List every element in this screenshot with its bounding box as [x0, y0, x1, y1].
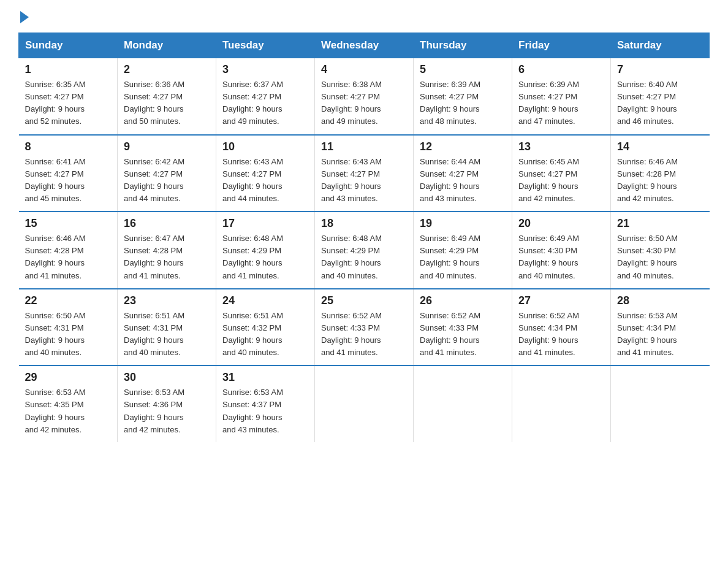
weekday-header-wednesday: Wednesday — [315, 33, 414, 58]
calendar-cell: 4Sunrise: 6:38 AMSunset: 4:27 PMDaylight… — [315, 58, 414, 135]
weekday-header-saturday: Saturday — [611, 33, 710, 58]
calendar-week-row: 8Sunrise: 6:41 AMSunset: 4:27 PMDaylight… — [19, 135, 710, 212]
day-number: 17 — [222, 217, 308, 230]
calendar-cell: 13Sunrise: 6:45 AMSunset: 4:27 PMDayligh… — [512, 135, 611, 212]
calendar-cell: 7Sunrise: 6:40 AMSunset: 4:27 PMDaylight… — [611, 58, 710, 135]
calendar-cell: 10Sunrise: 6:43 AMSunset: 4:27 PMDayligh… — [216, 135, 315, 212]
day-number: 27 — [518, 294, 604, 307]
calendar-cell: 1Sunrise: 6:35 AMSunset: 4:27 PMDaylight… — [19, 58, 118, 135]
day-number: 2 — [124, 63, 210, 76]
calendar-cell: 9Sunrise: 6:42 AMSunset: 4:27 PMDaylight… — [118, 135, 216, 212]
calendar-cell: 25Sunrise: 6:52 AMSunset: 4:33 PMDayligh… — [315, 289, 414, 366]
day-info: Sunrise: 6:53 AMSunset: 4:35 PMDaylight:… — [25, 386, 112, 436]
day-info: Sunrise: 6:39 AMSunset: 4:27 PMDaylight:… — [420, 79, 506, 128]
calendar-cell: 22Sunrise: 6:50 AMSunset: 4:31 PMDayligh… — [19, 289, 118, 366]
day-info: Sunrise: 6:50 AMSunset: 4:30 PMDaylight:… — [617, 232, 703, 282]
day-number: 13 — [518, 140, 604, 153]
day-info: Sunrise: 6:53 AMSunset: 4:37 PMDaylight:… — [222, 386, 308, 436]
calendar-week-row: 22Sunrise: 6:50 AMSunset: 4:31 PMDayligh… — [19, 289, 710, 366]
day-info: Sunrise: 6:53 AMSunset: 4:34 PMDaylight:… — [617, 310, 703, 359]
day-number: 8 — [25, 140, 112, 153]
day-number: 15 — [25, 217, 112, 230]
calendar-cell: 12Sunrise: 6:44 AMSunset: 4:27 PMDayligh… — [414, 135, 512, 212]
day-info: Sunrise: 6:42 AMSunset: 4:27 PMDaylight:… — [124, 156, 210, 205]
day-number: 31 — [222, 371, 308, 384]
calendar-cell: 31Sunrise: 6:53 AMSunset: 4:37 PMDayligh… — [216, 366, 315, 442]
day-number: 3 — [222, 63, 308, 76]
calendar-cell: 21Sunrise: 6:50 AMSunset: 4:30 PMDayligh… — [611, 212, 710, 289]
calendar-cell: 27Sunrise: 6:52 AMSunset: 4:34 PMDayligh… — [512, 289, 611, 366]
calendar-week-row: 29Sunrise: 6:53 AMSunset: 4:35 PMDayligh… — [19, 366, 710, 442]
day-number: 29 — [25, 371, 112, 384]
calendar-cell: 30Sunrise: 6:53 AMSunset: 4:36 PMDayligh… — [118, 366, 216, 442]
day-info: Sunrise: 6:35 AMSunset: 4:27 PMDaylight:… — [25, 79, 112, 128]
day-info: Sunrise: 6:37 AMSunset: 4:27 PMDaylight:… — [222, 79, 308, 128]
calendar-cell — [315, 366, 414, 442]
day-number: 26 — [420, 294, 506, 307]
calendar-table: SundayMondayTuesdayWednesdayThursdayFrid… — [18, 33, 710, 442]
day-info: Sunrise: 6:50 AMSunset: 4:31 PMDaylight:… — [25, 310, 112, 359]
calendar-cell: 11Sunrise: 6:43 AMSunset: 4:27 PMDayligh… — [315, 135, 414, 212]
calendar-cell: 5Sunrise: 6:39 AMSunset: 4:27 PMDaylight… — [414, 58, 512, 135]
calendar-cell — [414, 366, 512, 442]
logo — [18, 12, 29, 21]
calendar-cell: 20Sunrise: 6:49 AMSunset: 4:30 PMDayligh… — [512, 212, 611, 289]
day-number: 28 — [617, 294, 703, 307]
day-info: Sunrise: 6:46 AMSunset: 4:28 PMDaylight:… — [617, 156, 703, 205]
day-info: Sunrise: 6:40 AMSunset: 4:27 PMDaylight:… — [617, 79, 703, 128]
day-info: Sunrise: 6:44 AMSunset: 4:27 PMDaylight:… — [420, 156, 506, 205]
day-number: 21 — [617, 217, 703, 230]
weekday-header-sunday: Sunday — [19, 33, 118, 58]
day-info: Sunrise: 6:51 AMSunset: 4:31 PMDaylight:… — [124, 310, 210, 359]
calendar-cell: 19Sunrise: 6:49 AMSunset: 4:29 PMDayligh… — [414, 212, 512, 289]
weekday-header-friday: Friday — [512, 33, 611, 58]
weekday-header-monday: Monday — [118, 33, 216, 58]
calendar-cell: 18Sunrise: 6:48 AMSunset: 4:29 PMDayligh… — [315, 212, 414, 289]
day-info: Sunrise: 6:52 AMSunset: 4:34 PMDaylight:… — [518, 310, 604, 359]
weekday-header-thursday: Thursday — [414, 33, 512, 58]
calendar-cell: 28Sunrise: 6:53 AMSunset: 4:34 PMDayligh… — [611, 289, 710, 366]
day-info: Sunrise: 6:49 AMSunset: 4:29 PMDaylight:… — [420, 232, 506, 282]
day-info: Sunrise: 6:39 AMSunset: 4:27 PMDaylight:… — [518, 79, 604, 128]
day-info: Sunrise: 6:53 AMSunset: 4:36 PMDaylight:… — [124, 386, 210, 436]
day-number: 14 — [617, 140, 703, 153]
day-info: Sunrise: 6:48 AMSunset: 4:29 PMDaylight:… — [321, 232, 407, 282]
day-number: 30 — [124, 371, 210, 384]
day-number: 19 — [420, 217, 506, 230]
day-info: Sunrise: 6:43 AMSunset: 4:27 PMDaylight:… — [321, 156, 407, 205]
day-number: 4 — [321, 63, 407, 76]
day-number: 24 — [222, 294, 308, 307]
day-info: Sunrise: 6:48 AMSunset: 4:29 PMDaylight:… — [222, 232, 308, 282]
calendar-cell: 23Sunrise: 6:51 AMSunset: 4:31 PMDayligh… — [118, 289, 216, 366]
weekday-header-row: SundayMondayTuesdayWednesdayThursdayFrid… — [19, 33, 710, 58]
calendar-week-row: 15Sunrise: 6:46 AMSunset: 4:28 PMDayligh… — [19, 212, 710, 289]
day-number: 5 — [420, 63, 506, 76]
day-number: 7 — [617, 63, 703, 76]
day-info: Sunrise: 6:36 AMSunset: 4:27 PMDaylight:… — [124, 79, 210, 128]
day-info: Sunrise: 6:46 AMSunset: 4:28 PMDaylight:… — [25, 232, 112, 282]
day-number: 6 — [518, 63, 604, 76]
day-info: Sunrise: 6:49 AMSunset: 4:30 PMDaylight:… — [518, 232, 604, 282]
calendar-cell: 16Sunrise: 6:47 AMSunset: 4:28 PMDayligh… — [118, 212, 216, 289]
day-info: Sunrise: 6:52 AMSunset: 4:33 PMDaylight:… — [420, 310, 506, 359]
day-number: 10 — [222, 140, 308, 153]
calendar-cell — [512, 366, 611, 442]
weekday-header-tuesday: Tuesday — [216, 33, 315, 58]
day-number: 25 — [321, 294, 407, 307]
calendar-cell: 14Sunrise: 6:46 AMSunset: 4:28 PMDayligh… — [611, 135, 710, 212]
day-info: Sunrise: 6:38 AMSunset: 4:27 PMDaylight:… — [321, 79, 407, 128]
day-number: 11 — [321, 140, 407, 153]
calendar-cell — [611, 366, 710, 442]
calendar-week-row: 1Sunrise: 6:35 AMSunset: 4:27 PMDaylight… — [19, 58, 710, 135]
calendar-cell: 29Sunrise: 6:53 AMSunset: 4:35 PMDayligh… — [19, 366, 118, 442]
day-number: 16 — [124, 217, 210, 230]
day-number: 20 — [518, 217, 604, 230]
day-info: Sunrise: 6:41 AMSunset: 4:27 PMDaylight:… — [25, 156, 112, 205]
calendar-cell: 26Sunrise: 6:52 AMSunset: 4:33 PMDayligh… — [414, 289, 512, 366]
calendar-cell: 2Sunrise: 6:36 AMSunset: 4:27 PMDaylight… — [118, 58, 216, 135]
day-info: Sunrise: 6:45 AMSunset: 4:27 PMDaylight:… — [518, 156, 604, 205]
calendar-cell: 6Sunrise: 6:39 AMSunset: 4:27 PMDaylight… — [512, 58, 611, 135]
day-number: 18 — [321, 217, 407, 230]
calendar-cell: 3Sunrise: 6:37 AMSunset: 4:27 PMDaylight… — [216, 58, 315, 135]
day-info: Sunrise: 6:51 AMSunset: 4:32 PMDaylight:… — [222, 310, 308, 359]
